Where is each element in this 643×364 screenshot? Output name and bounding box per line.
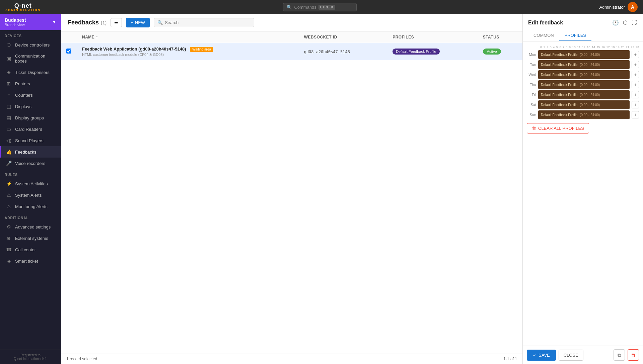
- schedule-bar-wrap: Default Feedback Profile (0:00 - 24:00): [538, 60, 630, 69]
- delete-button[interactable]: 🗑: [628, 349, 639, 361]
- schedule-bar[interactable]: Default Feedback Profile (0:00 - 24:00): [538, 100, 630, 109]
- profiles-header: PROFILES: [387, 31, 477, 43]
- schedule-bar-wrap: Default Feedback Profile (0:00 - 24:00): [538, 50, 630, 59]
- advanced-settings-icon: ⚙: [6, 224, 12, 230]
- tab-common[interactable]: COMMON: [528, 30, 559, 41]
- sidebar-item-monitoring-alerts[interactable]: ⚠ Monitoring Alerts: [0, 201, 61, 212]
- logo-sub: ADMINISTRATION: [5, 9, 41, 12]
- schedule-bar[interactable]: Default Feedback Profile (0:00 - 24:00): [538, 50, 630, 59]
- sidebar-item-smart-ticket[interactable]: ◈ Smart ticket: [0, 255, 61, 267]
- search-box[interactable]: 🔍: [154, 18, 254, 27]
- selected-count: 1 record selected.: [66, 357, 98, 361]
- row-checkbox-cell: [61, 43, 77, 60]
- profile-name: Default Feedback Profile: [541, 53, 578, 57]
- feedbacks-icon: 👍: [6, 149, 12, 155]
- right-panel-title: Edit feedback: [528, 20, 563, 29]
- sound-players-icon: ◁): [6, 138, 12, 143]
- add-schedule-button[interactable]: +: [632, 101, 639, 108]
- record-count: (1): [101, 20, 106, 25]
- clear-profiles-button[interactable]: 🗑 CLEAR ALL PROFILES: [527, 123, 589, 133]
- day-label: Thu: [527, 83, 536, 87]
- avatar: A: [628, 2, 638, 12]
- user-menu[interactable]: Administrator A: [599, 2, 638, 12]
- save-button[interactable]: ✓ SAVE: [527, 350, 556, 361]
- sidebar-item-label: System Alerts: [15, 193, 42, 198]
- new-button-label: NEW: [135, 20, 145, 25]
- rules-section-title: RULES: [0, 169, 61, 178]
- share-button[interactable]: ⬡: [622, 19, 628, 26]
- device-name: Feedback Web Application (gd08-a20h40s47…: [82, 47, 186, 52]
- sidebar-item-ticket-dispensers[interactable]: ◈ Ticket Dispensers: [0, 67, 61, 78]
- logo-text: Q-net: [14, 3, 32, 9]
- status-cell: Active: [478, 43, 522, 60]
- sidebar-item-device-controllers[interactable]: ⬡ Device controllers: [0, 39, 61, 51]
- sidebar-item-communication-boxes[interactable]: ▣ Communication boxes: [0, 51, 61, 67]
- schedule-bar[interactable]: Default Feedback Profile (0:00 - 24:00): [538, 80, 630, 89]
- displays-icon: ⬚: [6, 104, 12, 109]
- table-row[interactable]: Feedback Web Application (gd08-a20h40s47…: [61, 43, 522, 60]
- schedule-bar[interactable]: Default Feedback Profile (0:00 - 24:00): [538, 90, 630, 99]
- sidebar-item-label: Counters: [15, 93, 33, 98]
- sidebar-item-displays[interactable]: ⬚ Displays: [0, 101, 61, 112]
- expand-button[interactable]: ⛶: [631, 19, 638, 26]
- sidebar-item-system-activities[interactable]: ⚡ System Activities: [0, 178, 61, 189]
- tab-profiles[interactable]: PROFILES: [559, 30, 591, 41]
- websocket-id-value: gd08-a20h40s47-5148: [304, 50, 350, 54]
- add-schedule-button[interactable]: +: [632, 61, 639, 68]
- command-search[interactable]: 🔍 Commands CTRL+K: [283, 3, 357, 11]
- sidebar-item-label: External systems: [15, 236, 48, 241]
- schedule-bar[interactable]: Default Feedback Profile (0:00 - 24:00): [538, 60, 630, 69]
- right-panel-header: Edit feedback 🕐 ⬡ ⛶: [523, 14, 643, 30]
- duplicate-button[interactable]: ⧉: [614, 349, 625, 361]
- add-schedule-button[interactable]: +: [632, 51, 639, 58]
- sidebar-item-label: Smart ticket: [15, 259, 38, 264]
- branch-selector[interactable]: Budapest Branch view ▼: [0, 14, 61, 30]
- search-icon: 🔍: [157, 20, 163, 25]
- sidebar-item-card-readers[interactable]: ▭ Card Readers: [0, 123, 61, 135]
- time-range: (0:00 - 24:00): [579, 83, 600, 87]
- sidebar-item-external-systems[interactable]: ⊕ External systems: [0, 233, 61, 244]
- time-labels: 0 1 2 3 4 5 6 7 8 9 10 11 12 13 14 15 16: [540, 46, 639, 49]
- row-checkbox[interactable]: [66, 49, 71, 54]
- communication-boxes-icon: ▣: [6, 56, 12, 61]
- filter-button[interactable]: ⚌: [111, 18, 122, 27]
- search-input[interactable]: [165, 20, 251, 25]
- company-name: Q-net International Kft.: [5, 357, 56, 361]
- new-button[interactable]: + NEW: [126, 18, 150, 27]
- schedule-bar-wrap: Default Feedback Profile (0:00 - 24:00): [538, 80, 630, 89]
- schedule-row: Mon Default Feedback Profile (0:00 - 24:…: [527, 50, 639, 59]
- schedule-row: Tue Default Feedback Profile (0:00 - 24:…: [527, 60, 639, 69]
- sidebar-item-feedbacks[interactable]: 👍 Feedbacks: [0, 146, 61, 158]
- devices-section-title: DEVICES: [0, 30, 61, 39]
- add-schedule-button[interactable]: +: [632, 111, 639, 118]
- monitoring-alerts-icon: ⚠: [6, 204, 12, 209]
- sidebar-item-sound-players[interactable]: ◁) Sound Players: [0, 135, 61, 146]
- sidebar-item-display-groups[interactable]: ▤ Display groups: [0, 112, 61, 123]
- add-schedule-button[interactable]: +: [632, 81, 639, 88]
- checkmark-icon: ✓: [533, 353, 537, 358]
- sidebar-item-counters[interactable]: ≡ Counters: [0, 89, 61, 101]
- add-schedule-button[interactable]: +: [632, 91, 639, 98]
- close-button[interactable]: CLOSE: [559, 350, 583, 361]
- schedule-bar-wrap: Default Feedback Profile (0:00 - 24:00): [538, 90, 630, 99]
- profile-name: Default Feedback Profile: [541, 93, 578, 97]
- schedule-bar[interactable]: Default Feedback Profile (0:00 - 24:00): [538, 70, 630, 79]
- sidebar-item-voice-recorders[interactable]: 🎤 Voice recorders: [0, 158, 61, 169]
- profile-badge: Default Feedback Profile: [392, 49, 439, 55]
- websocket-id-header: WEBSOCKET ID: [299, 31, 387, 43]
- sidebar-item-advanced-settings[interactable]: ⚙ Advanced settings: [0, 221, 61, 233]
- sidebar-item-label: Communication boxes: [15, 54, 56, 64]
- counters-icon: ≡: [6, 92, 12, 98]
- page-title: Feedbacks (1): [68, 19, 106, 26]
- history-button[interactable]: 🕐: [612, 19, 620, 26]
- right-panel-footer: ✓ SAVE CLOSE ⧉ 🗑: [523, 346, 643, 364]
- sidebar-item-system-alerts[interactable]: ⚠ System Alerts: [0, 189, 61, 201]
- schedule-bar[interactable]: Default Feedback Profile (0:00 - 24:00): [538, 110, 630, 119]
- add-schedule-button[interactable]: +: [632, 71, 639, 78]
- day-label: Tue: [527, 63, 536, 67]
- waiting-area-tag: Waiting area: [190, 47, 213, 52]
- sidebar-item-call-center[interactable]: ☎ Call center: [0, 244, 61, 255]
- right-panel-body: 0 1 2 3 4 5 6 7 8 9 10 11 12 13 14 15 16: [523, 41, 643, 346]
- sidebar-item-printers[interactable]: ⊞ Printers: [0, 78, 61, 89]
- sidebar-footer: Registered to Q-net International Kft.: [0, 350, 61, 364]
